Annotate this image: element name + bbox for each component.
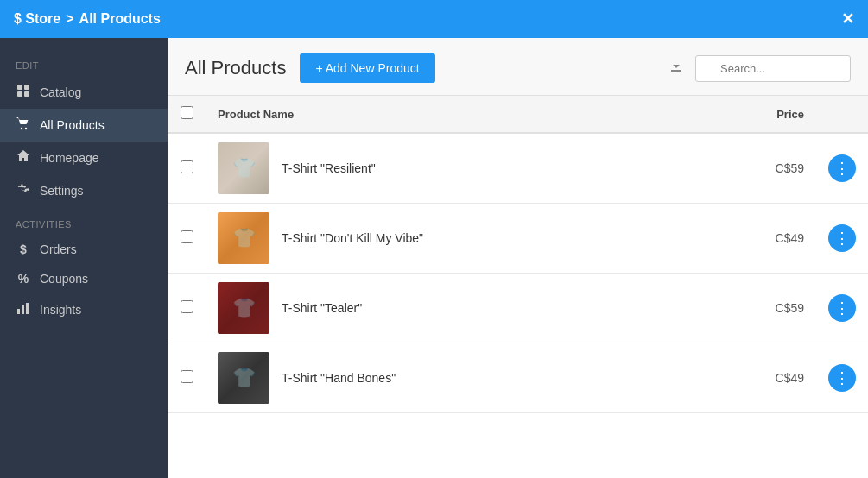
svg-rect-3	[24, 91, 29, 97]
svg-point-4	[21, 128, 22, 129]
product-price: C$59	[701, 133, 816, 204]
row-checkbox-2[interactable]	[181, 230, 193, 243]
product-name: T-Shirt "Hand Bones"	[282, 371, 396, 385]
product-cell: 👕 T-Shirt "Resilient"	[206, 133, 701, 204]
product-thumbnail: 👕	[218, 282, 269, 334]
table-row: 👕 T-Shirt "Don't Kill My Vibe" C$49 ⋮	[168, 204, 868, 274]
row-checkbox-cell	[168, 274, 206, 343]
svg-rect-6	[17, 309, 20, 314]
products-table-area: Product Name Price 👕 T-Shirt "Resilient"	[168, 96, 868, 478]
sidebar-item-insights[interactable]: Insights	[0, 293, 168, 326]
catalog-icon	[16, 84, 31, 101]
export-icon[interactable]	[668, 58, 685, 79]
row-checkbox-4[interactable]	[181, 370, 193, 383]
sidebar-section-edit: Edit	[0, 48, 168, 76]
top-bar: $ Store > All Products ✕	[0, 0, 868, 38]
sidebar-label-coupons: Coupons	[40, 272, 88, 286]
col-actions	[816, 96, 868, 133]
sidebar-label-settings: Settings	[40, 184, 84, 198]
product-price: C$49	[701, 343, 816, 413]
table-header-row: Product Name Price	[168, 96, 868, 133]
content-header: All Products + Add New Product 🔍	[168, 38, 868, 96]
product-actions-button[interactable]: ⋮	[828, 224, 856, 252]
sidebar-label-insights: Insights	[40, 303, 81, 317]
col-price: Price	[701, 96, 816, 133]
product-name: T-Shirt "Don't Kill My Vibe"	[282, 231, 423, 245]
svg-point-5	[25, 128, 27, 129]
select-all-header	[168, 96, 206, 133]
product-name: T-Shirt "Tealer"	[282, 301, 362, 315]
search-input[interactable]	[695, 55, 851, 82]
settings-icon	[16, 182, 31, 199]
add-new-product-button[interactable]: + Add New Product	[300, 53, 434, 83]
breadcrumb: $ Store > All Products	[14, 11, 161, 27]
product-actions-cell: ⋮	[816, 204, 868, 274]
content-area: All Products + Add New Product 🔍	[168, 38, 868, 478]
svg-rect-8	[26, 303, 29, 314]
sidebar-section-activities: Activities	[0, 207, 168, 235]
sidebar: Edit Catalog All Products Homepage Setti…	[0, 38, 168, 478]
table-row: 👕 T-Shirt "Resilient" C$59 ⋮	[168, 133, 868, 204]
svg-rect-2	[17, 91, 22, 97]
sidebar-item-coupons[interactable]: % Coupons	[0, 264, 168, 293]
close-button[interactable]: ✕	[841, 9, 854, 28]
page-title: All Products	[185, 57, 286, 79]
product-thumbnail: 👕	[218, 352, 269, 404]
breadcrumb-current: All Products	[79, 11, 161, 27]
sidebar-label-all-products: All Products	[40, 118, 105, 132]
product-actions-button[interactable]: ⋮	[828, 294, 856, 322]
select-all-checkbox[interactable]	[181, 106, 193, 119]
search-wrapper: 🔍	[695, 55, 851, 82]
product-rows: 👕 T-Shirt "Resilient" C$59 ⋮ 👕 T-Shirt "…	[168, 133, 868, 413]
insights-icon	[16, 301, 31, 318]
products-table: Product Name Price 👕 T-Shirt "Resilient"	[168, 96, 868, 413]
cart-icon	[16, 116, 31, 134]
main-layout: Edit Catalog All Products Homepage Setti…	[0, 38, 868, 478]
product-actions-cell: ⋮	[816, 133, 868, 204]
header-right: 🔍	[668, 55, 851, 82]
sidebar-item-all-products[interactable]: All Products	[0, 109, 168, 142]
product-actions-cell: ⋮	[816, 343, 868, 413]
breadcrumb-separator: >	[66, 11, 73, 27]
product-cell: 👕 T-Shirt "Tealer"	[206, 274, 701, 343]
sidebar-item-settings[interactable]: Settings	[0, 174, 168, 207]
sidebar-label-homepage: Homepage	[40, 151, 99, 165]
sidebar-item-homepage[interactable]: Homepage	[0, 142, 168, 174]
row-checkbox-cell	[168, 204, 206, 274]
row-checkbox-cell	[168, 343, 206, 413]
product-actions-cell: ⋮	[816, 274, 868, 343]
sidebar-label-orders: Orders	[40, 242, 77, 256]
percent-icon: %	[16, 272, 31, 286]
product-name: T-Shirt "Resilient"	[282, 161, 376, 175]
sidebar-label-catalog: Catalog	[40, 85, 81, 99]
home-icon	[16, 149, 31, 167]
table-row: 👕 T-Shirt "Tealer" C$59 ⋮	[168, 274, 868, 343]
product-cell: 👕 T-Shirt "Hand Bones"	[206, 343, 701, 413]
dollar-icon: $	[16, 242, 31, 256]
product-actions-button[interactable]: ⋮	[828, 364, 856, 392]
row-checkbox-3[interactable]	[181, 300, 193, 313]
product-price: C$59	[701, 274, 816, 343]
product-actions-button[interactable]: ⋮	[828, 154, 856, 182]
row-checkbox-cell	[168, 133, 206, 204]
product-thumbnail: 👕	[218, 212, 269, 264]
svg-rect-0	[17, 85, 22, 90]
row-checkbox-1[interactable]	[181, 160, 193, 173]
sidebar-item-catalog[interactable]: Catalog	[0, 76, 168, 109]
product-cell: 👕 T-Shirt "Don't Kill My Vibe"	[206, 204, 701, 274]
svg-rect-7	[22, 305, 24, 314]
product-thumbnail: 👕	[218, 142, 269, 194]
col-product-name: Product Name	[206, 96, 701, 133]
table-row: 👕 T-Shirt "Hand Bones" C$49 ⋮	[168, 343, 868, 413]
product-price: C$49	[701, 204, 816, 274]
breadcrumb-store[interactable]: $ Store	[14, 11, 60, 27]
sidebar-item-orders[interactable]: $ Orders	[0, 235, 168, 264]
svg-rect-1	[24, 85, 29, 90]
